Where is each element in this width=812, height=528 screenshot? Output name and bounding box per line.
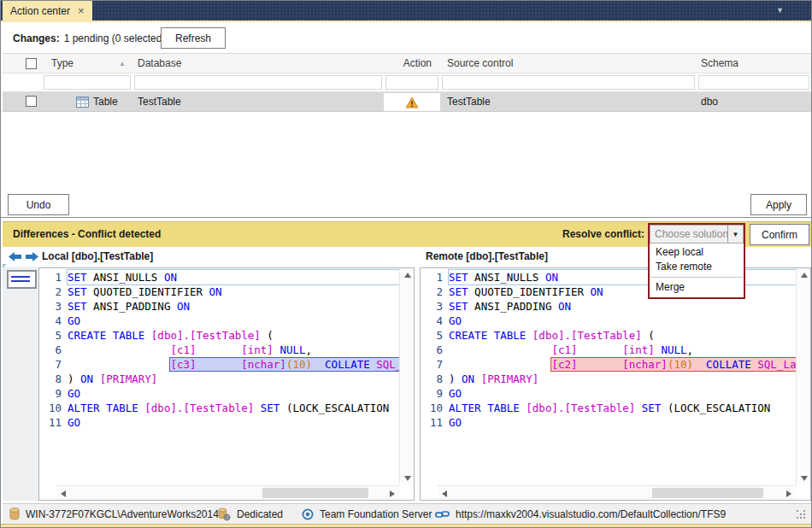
resize-grip[interactable]: [797, 510, 806, 519]
code-line: 4GO: [39, 314, 399, 328]
line-number: 5: [421, 328, 449, 343]
code-text: GO: [449, 314, 796, 328]
remote-code-area: 1SET ANSI_NULLS ON2SET QUOTED_IDENTIFIER…: [421, 268, 796, 485]
column-header-schema[interactable]: Schema: [701, 54, 738, 73]
database-icon: [9, 507, 20, 520]
code-text: [c2] [nchar](10) COLLATE SQL_La: [449, 357, 796, 372]
row-checkbox[interactable]: [26, 96, 37, 107]
remote-pane-title: Remote [dbo].[TestTable]: [426, 247, 548, 267]
scroll-down-icon[interactable]: [801, 476, 808, 481]
line-number: 7: [39, 357, 68, 372]
filter-cell-schema[interactable]: [698, 75, 809, 90]
row-source-control: TestTable: [447, 92, 491, 111]
overview-diff-line: [11, 280, 30, 282]
local-code-area: 1SET ANSI_NULLS ON2SET QUOTED_IDENTIFIER…: [39, 268, 399, 485]
code-line: 10ALTER TABLE [dbo].[TestTable] SET (LOC…: [39, 401, 399, 415]
refresh-button[interactable]: Refresh: [161, 27, 226, 49]
scroll-right-icon[interactable]: [390, 490, 395, 497]
changes-count: 1 pending (0 selected): [64, 32, 166, 44]
column-header-action[interactable]: Action: [385, 54, 432, 73]
conflict-title: Differences - Conflict detected: [13, 222, 161, 247]
tab-action-center[interactable]: Action center ×: [3, 1, 92, 21]
undo-button[interactable]: Undo: [8, 194, 69, 215]
diff-highlight: [c3] [nchar](10) COLLATE SQL_L: [170, 358, 399, 371]
diff-overview-thumbnail[interactable]: [7, 270, 37, 289]
team-foundation-server-icon: [302, 508, 314, 520]
select-all-checkbox[interactable]: [26, 58, 37, 69]
filter-cell-action[interactable]: [385, 75, 438, 90]
option-take-remote[interactable]: Take remote: [650, 260, 744, 274]
code-line: 1SET ANSI_NULLS ON: [39, 270, 399, 285]
filter-cell-type[interactable]: [44, 75, 131, 90]
scroll-up-icon[interactable]: [801, 273, 808, 278]
column-header-type[interactable]: Type: [51, 54, 74, 73]
option-merge[interactable]: Merge: [650, 280, 744, 295]
changes-label: Changes:: [13, 32, 60, 44]
code-line: 3SET ANSI_PADDING ON: [39, 299, 399, 314]
code-line: 2SET QUOTED_IDENTIFIER ON: [39, 285, 399, 299]
filter-cell-source-control[interactable]: [442, 75, 695, 90]
code-text: CREATE TABLE [dbo].[TestTable] (: [68, 328, 399, 343]
local-horizontal-scrollbar[interactable]: [56, 485, 399, 500]
table-row[interactable]: Table TestTable TestTable dbo: [3, 92, 811, 112]
tab-title: Action center: [10, 5, 70, 17]
line-number: 2: [421, 285, 449, 299]
remote-code-editor[interactable]: 1SET ANSI_NULLS ON2SET QUOTED_IDENTIFIER…: [420, 267, 811, 501]
combobox-caret-icon[interactable]: ▼: [727, 226, 743, 243]
line-number: 11: [421, 415, 449, 430]
row-type: Table: [93, 92, 118, 111]
status-url[interactable]: https://maxkv2004.visualstudio.com/Defau…: [435, 504, 726, 524]
scrollbar-thumb[interactable]: [262, 488, 368, 498]
code-line: 7 [c3] [nchar](10) COLLATE SQL_L: [39, 357, 399, 372]
status-server: WIN-3772F07KGCL\AdventureWorks2014: [9, 504, 219, 524]
resolve-conflict-label: Resolve conflict:: [562, 222, 644, 247]
remote-horizontal-scrollbar[interactable]: [438, 485, 796, 500]
local-pane-title: Local [dbo].[TestTable]: [42, 247, 153, 267]
scroll-left-icon[interactable]: [442, 490, 447, 497]
code-line: 6 [c1] [int] NULL,: [39, 343, 399, 357]
confirm-button[interactable]: Confirm: [750, 224, 809, 245]
remote-vertical-scrollbar[interactable]: [796, 268, 810, 485]
next-difference-icon[interactable]: [25, 251, 39, 262]
apply-button[interactable]: Apply: [750, 194, 807, 215]
tab-bar: Action center × ▼: [1, 1, 811, 21]
code-line: 8) ON [PRIMARY]: [421, 372, 796, 386]
code-line: 5CREATE TABLE [dbo].[TestTable] (: [39, 328, 399, 343]
filter-row: [3, 73, 811, 92]
overview-marker-icon: [3, 264, 7, 268]
scrollbar-thumb[interactable]: [652, 488, 763, 498]
line-number: 9: [421, 386, 449, 401]
filter-cell-database[interactable]: [134, 75, 382, 90]
code-text: SET ANSI_NULLS ON: [68, 270, 399, 285]
code-text: [c1] [int] NULL,: [68, 343, 399, 357]
section-divider: [1, 217, 811, 218]
scroll-right-icon[interactable]: [786, 490, 791, 497]
line-number: 2: [39, 285, 68, 299]
diff-highlight: [c2] [nchar](10) COLLATE SQL_La: [551, 358, 796, 371]
code-line: 10ALTER TABLE [dbo].[TestTable] SET (LOC…: [421, 401, 796, 415]
scroll-left-icon[interactable]: [61, 490, 66, 497]
line-number: 11: [39, 415, 68, 430]
previous-difference-icon[interactable]: [8, 251, 22, 262]
scroll-down-icon[interactable]: [404, 476, 411, 481]
table-icon: [76, 97, 89, 108]
local-vertical-scrollbar[interactable]: [399, 268, 414, 485]
code-text: [c1] [int] NULL,: [449, 343, 796, 357]
line-number: 3: [39, 299, 68, 314]
close-icon[interactable]: ×: [78, 5, 85, 16]
local-code-editor[interactable]: 1SET ANSI_NULLS ON2SET QUOTED_IDENTIFIER…: [38, 267, 415, 501]
solution-combobox[interactable]: Choose solution ▼: [650, 225, 744, 243]
code-line: 4GO: [421, 314, 796, 328]
column-header-source-control[interactable]: Source control: [447, 54, 513, 73]
tab-overflow-caret-icon[interactable]: ▼: [776, 6, 784, 15]
dropdown-list: Keep local Take remote Merge: [650, 243, 744, 297]
code-line: 3SET ANSI_PADDING ON: [421, 299, 796, 314]
status-provider-label: Team Foundation Server: [320, 508, 432, 520]
row-action-cell[interactable]: [384, 93, 440, 111]
scroll-up-icon[interactable]: [404, 273, 411, 278]
line-number: 4: [421, 314, 449, 328]
column-header-database[interactable]: Database: [138, 54, 181, 73]
row-database: TestTable: [138, 92, 181, 111]
option-keep-local[interactable]: Keep local: [650, 245, 744, 260]
code-text: SET ANSI_PADDING ON: [68, 299, 399, 314]
